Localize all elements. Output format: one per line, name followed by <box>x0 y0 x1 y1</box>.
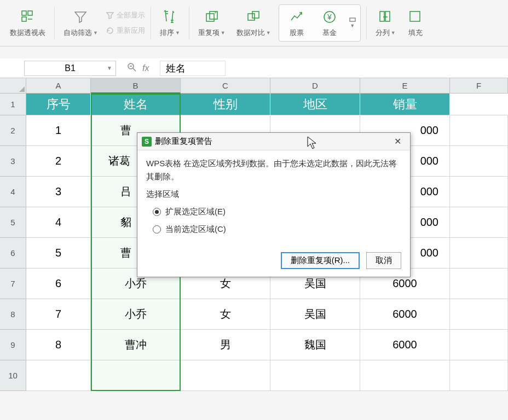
sort-label: 排序 <box>160 28 174 38</box>
pivot-icon <box>19 8 37 26</box>
cell[interactable]: 地区 <box>270 94 360 115</box>
split-column-button[interactable]: 分列▼ <box>371 6 400 40</box>
cell[interactable]: 1 <box>26 115 91 146</box>
row-header-4[interactable]: 4 <box>0 177 26 207</box>
col-header-D[interactable]: D <box>270 78 360 94</box>
row-header-9[interactable]: 9 <box>0 330 26 360</box>
name-box[interactable]: B1 ▼ <box>24 61 116 76</box>
select-all-corner[interactable] <box>0 78 26 94</box>
dialog-body: WPS表格 在选定区域旁找到数据。由于您未选定此数据，因此无法将其删除。 选择区… <box>137 150 410 247</box>
fx-icon[interactable]: fx <box>142 63 149 73</box>
fund-label: 基金 <box>322 28 337 38</box>
svg-rect-1 <box>22 17 26 21</box>
duplicates-icon: + <box>203 8 221 26</box>
cell[interactable] <box>450 207 508 238</box>
sort-button[interactable]: 排序▼ <box>155 6 184 40</box>
app-logo-icon: S <box>142 137 152 147</box>
cell[interactable]: 7 <box>26 299 91 330</box>
col-header-E[interactable]: E <box>360 78 450 94</box>
cell[interactable]: 序号 <box>26 94 91 115</box>
svg-rect-11 <box>380 11 384 21</box>
stock-button[interactable]: 股票 <box>280 6 313 40</box>
col-header-F[interactable]: F <box>450 78 508 94</box>
col-header-C[interactable]: C <box>181 78 270 94</box>
split-icon <box>377 8 394 26</box>
cell[interactable] <box>181 360 270 391</box>
funnel-icon <box>72 8 89 26</box>
radio-current-selection[interactable]: 当前选定区域(C) <box>153 223 401 236</box>
radio-expand-selection[interactable]: 扩展选定区域(E) <box>153 205 401 218</box>
name-box-dropdown-icon: ▼ <box>107 65 112 71</box>
cell[interactable] <box>450 269 508 299</box>
remove-duplicates-button[interactable]: 删除重复项(R)... <box>281 252 360 269</box>
cell[interactable] <box>450 330 508 360</box>
cell[interactable]: 6000 <box>360 299 450 330</box>
radio-icon <box>153 208 161 216</box>
cell[interactable]: 8 <box>26 330 91 360</box>
fund-button[interactable]: ¥ 基金 <box>313 6 346 40</box>
cell[interactable]: 4 <box>26 207 91 238</box>
fill-button[interactable]: 填充 <box>402 6 429 40</box>
compare-icon <box>245 8 262 26</box>
cell[interactable] <box>450 94 508 115</box>
cell[interactable] <box>270 360 360 391</box>
cell[interactable] <box>91 360 181 391</box>
close-button[interactable]: ✕ <box>390 135 406 148</box>
cell[interactable] <box>450 360 508 391</box>
name-box-value: B1 <box>65 63 76 73</box>
show-all-label: 全部显示 <box>117 10 145 20</box>
cell[interactable]: 吴国 <box>270 299 360 330</box>
dialog-titlebar[interactable]: S 删除重复项警告 ✕ <box>137 133 410 150</box>
row-header-7[interactable]: 7 <box>0 269 26 299</box>
cell[interactable]: 销量 <box>360 94 450 115</box>
zoom-icon[interactable] <box>127 62 137 74</box>
fund-icon: ¥ <box>321 8 338 26</box>
cell[interactable] <box>450 299 508 330</box>
row-header-1[interactable]: 1 <box>0 94 26 115</box>
cell[interactable] <box>450 146 508 177</box>
cell[interactable]: 6 <box>26 269 91 299</box>
cancel-button[interactable]: 取消 <box>366 252 401 269</box>
dropdown-icon: ▼ <box>175 30 180 36</box>
row-header-8[interactable]: 8 <box>0 299 26 330</box>
duplicates-button[interactable]: + 重复项▼ <box>194 6 230 40</box>
data-compare-button[interactable]: 数据对比▼ <box>232 6 275 40</box>
more-button[interactable]: ▼ <box>346 18 359 28</box>
cell[interactable]: 2 <box>26 146 91 177</box>
row-header-2[interactable]: 2 <box>0 115 26 146</box>
cell[interactable]: 姓名 <box>91 94 181 115</box>
svg-rect-12 <box>385 11 390 21</box>
cell[interactable]: 性别 <box>181 94 270 115</box>
cell[interactable] <box>450 115 508 146</box>
cell[interactable]: 小乔 <box>91 299 181 330</box>
cell[interactable] <box>450 238 508 269</box>
row-header-3[interactable]: 3 <box>0 146 26 177</box>
table-row: 8曹冲男魏国6000 <box>26 330 508 360</box>
cell[interactable] <box>450 177 508 207</box>
formula-bar: B1 ▼ fx 姓名 <box>0 59 508 78</box>
more-icon <box>349 18 356 22</box>
cell[interactable]: 3 <box>26 177 91 207</box>
col-header-B[interactable]: B <box>91 78 181 94</box>
filter-extras: 全部显示 重新应用 <box>103 9 147 37</box>
dialog-section-label: 选择区域 <box>146 188 401 201</box>
autofilter-button[interactable]: 自动筛选▼ <box>59 6 102 40</box>
svg-rect-0 <box>22 11 26 15</box>
row-header-5[interactable]: 5 <box>0 207 26 238</box>
formula-input[interactable]: 姓名 <box>160 61 226 76</box>
cell[interactable]: 5 <box>26 238 91 269</box>
col-header-A[interactable]: A <box>26 78 91 94</box>
pivot-table-button[interactable]: 数据透视表 <box>5 6 50 40</box>
row-header-6[interactable]: 6 <box>0 238 26 269</box>
fill-icon <box>407 8 424 26</box>
table-row <box>26 360 508 391</box>
cell[interactable] <box>26 360 91 391</box>
reapply-icon <box>106 26 114 35</box>
cell[interactable]: 女 <box>181 299 270 330</box>
cell[interactable]: 曹冲 <box>91 330 181 360</box>
cell[interactable]: 6000 <box>360 330 450 360</box>
cell[interactable]: 男 <box>181 330 270 360</box>
row-header-10[interactable]: 10 <box>0 360 26 391</box>
cell[interactable] <box>360 360 450 391</box>
cell[interactable]: 魏国 <box>270 330 360 360</box>
